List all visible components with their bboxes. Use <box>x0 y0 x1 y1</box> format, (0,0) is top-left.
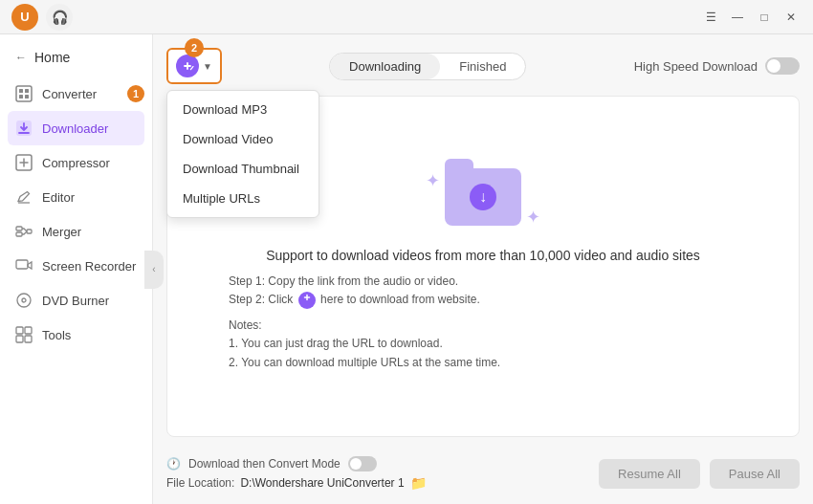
back-arrow-icon: ← <box>15 51 27 64</box>
dropdown-item-download-thumbnail[interactable]: Download Thumbnail <box>167 154 319 184</box>
sidebar-item-merger[interactable]: Merger <box>0 214 152 249</box>
avatar-icon[interactable]: U <box>11 4 38 31</box>
svg-rect-9 <box>16 227 22 230</box>
notes-text: Notes: 1. You can just drag the URL to d… <box>190 317 500 372</box>
bottom-right-buttons: Resume All Pause All <box>599 459 800 489</box>
tools-icon <box>15 326 33 343</box>
sparkle-left-icon: ✦ <box>426 170 440 191</box>
svg-rect-16 <box>25 327 32 334</box>
sidebar-item-downloader[interactable]: Downloader <box>8 111 144 145</box>
svg-rect-1 <box>19 89 23 93</box>
bottom-bar: 🕐 Download then Convert Mode File Locati… <box>166 449 800 491</box>
status-tabs: Downloading Finished <box>329 53 526 80</box>
sidebar-item-converter[interactable]: Converter 1 <box>0 77 152 111</box>
dropdown-item-download-mp3[interactable]: Download MP3 <box>167 95 319 124</box>
sidebar-item-compressor[interactable]: Compressor <box>0 145 152 180</box>
headset-icon[interactable]: 🎧 <box>46 4 73 31</box>
menu-icon[interactable]: ☰ <box>700 7 721 28</box>
add-button-badge: 2 <box>185 38 204 57</box>
compressor-label: Compressor <box>42 156 110 170</box>
dropdown-item-download-video[interactable]: Download Video <box>167 124 319 154</box>
screen-recorder-icon <box>15 257 33 274</box>
sidebar-item-tools[interactable]: Tools <box>0 318 152 352</box>
add-icon <box>176 55 199 77</box>
add-button-chevron: ▼ <box>203 61 212 72</box>
tab-finished[interactable]: Finished <box>440 54 525 79</box>
file-location-label: File Location: <box>166 476 234 490</box>
step2-text: Step 2: Click here to download from webs… <box>190 292 480 309</box>
add-dropdown-menu: Download MP3 Download Video Download Thu… <box>166 90 319 218</box>
maximize-button[interactable]: □ <box>754 7 775 28</box>
svg-rect-2 <box>25 89 29 93</box>
top-bar: 2 ▼ Download MP3 Download Video <box>166 48 800 84</box>
dvd-burner-label: DVD Burner <box>42 294 109 308</box>
editor-label: Editor <box>42 190 75 205</box>
svg-point-13 <box>17 294 31 307</box>
sidebar: ← Home Converter 1 <box>0 34 153 504</box>
file-location-path: D:\Wondershare UniConverter 1 <box>240 476 404 490</box>
downloader-label: Downloader <box>42 121 108 136</box>
resume-all-button[interactable]: Resume All <box>599 459 700 489</box>
svg-rect-17 <box>16 336 23 342</box>
svg-rect-3 <box>19 95 23 99</box>
merger-icon <box>15 223 33 240</box>
convert-mode-row: 🕐 Download then Convert Mode <box>166 456 427 471</box>
svg-point-14 <box>22 298 26 302</box>
step1-text: Step 1: Copy the link from the audio or … <box>190 274 458 288</box>
tab-downloading[interactable]: Downloading <box>330 54 440 79</box>
svg-rect-18 <box>25 336 32 342</box>
converter-icon <box>15 85 33 102</box>
folder-shape: ↓ <box>445 168 521 226</box>
titlebar: U 🎧 ☰ — □ ✕ <box>0 0 813 34</box>
window-controls: ☰ — □ ✕ <box>700 7 802 28</box>
converter-label: Converter <box>42 87 97 101</box>
home-label: Home <box>34 50 70 65</box>
tools-label: Tools <box>42 328 71 342</box>
convert-mode-toggle[interactable] <box>348 456 377 471</box>
convert-mode-label: Download then Convert Mode <box>188 457 341 471</box>
dropdown-item-multiple-urls[interactable]: Multiple URLs <box>167 184 319 213</box>
high-speed-toggle[interactable] <box>765 57 800 75</box>
step2-click-icon <box>298 292 316 309</box>
clock-icon: 🕐 <box>166 457 181 471</box>
bottom-left: 🕐 Download then Convert Mode File Locati… <box>166 456 427 491</box>
add-button-wrapper: 2 ▼ Download MP3 Download Video <box>166 48 222 84</box>
sidebar-item-editor[interactable]: Editor <box>0 180 152 214</box>
pause-all-button[interactable]: Pause All <box>710 459 800 489</box>
converter-badge: 1 <box>127 85 144 102</box>
screen-recorder-label: Screen Recorder <box>42 259 136 274</box>
editor-icon <box>15 188 33 206</box>
minimize-button[interactable]: — <box>727 7 748 28</box>
close-button[interactable]: ✕ <box>780 7 802 28</box>
compressor-icon <box>15 154 33 171</box>
dvd-burner-icon <box>15 292 33 309</box>
sidebar-item-screen-recorder[interactable]: Screen Recorder <box>0 249 152 283</box>
titlebar-left-icons: U 🎧 <box>11 4 73 31</box>
drop-zone-title: Support to download videos from more tha… <box>266 248 700 263</box>
browse-folder-icon[interactable]: 📁 <box>410 475 427 491</box>
sidebar-collapse-button[interactable]: ‹ <box>144 251 164 289</box>
svg-rect-12 <box>16 260 28 269</box>
svg-rect-4 <box>25 95 29 99</box>
high-speed-toggle-row: High Speed Download <box>634 57 800 75</box>
svg-rect-10 <box>16 232 22 236</box>
folder-illustration: ✦ ↓ ✦ <box>440 161 526 232</box>
merger-label: Merger <box>42 225 81 239</box>
sparkle-right-icon: ✦ <box>526 207 540 228</box>
file-location-row: File Location: D:\Wondershare UniConvert… <box>166 475 427 491</box>
svg-rect-0 <box>16 86 32 101</box>
download-arrow-icon: ↓ <box>470 184 496 210</box>
sidebar-item-dvd-burner[interactable]: DVD Burner <box>0 283 152 318</box>
main-container: ← Home Converter 1 <box>0 34 813 504</box>
speed-label: High Speed Download <box>634 59 758 74</box>
downloader-icon <box>15 120 33 137</box>
content-area: 2 ▼ Download MP3 Download Video <box>153 34 813 504</box>
svg-rect-15 <box>16 327 23 334</box>
sidebar-home[interactable]: ← Home <box>0 42 152 73</box>
